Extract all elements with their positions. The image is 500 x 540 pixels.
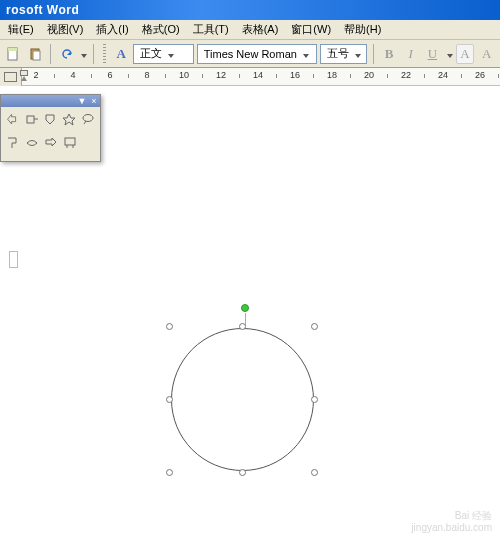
menu-insert[interactable]: 插入(I) (90, 20, 134, 39)
ruler-tick (424, 74, 425, 78)
separator (93, 44, 94, 64)
menu-tools[interactable]: 工具(T) (187, 20, 235, 39)
shape-btn-8[interactable] (42, 134, 60, 152)
resize-handle-sw[interactable] (166, 469, 173, 476)
watermark: Bai 经验 jingyan.baidu.com (411, 510, 492, 534)
ruler-number: 22 (401, 70, 411, 80)
ruler-number: 26 (475, 70, 485, 80)
ruler-tick (461, 74, 462, 78)
size-combo[interactable]: 五号 (320, 44, 367, 64)
resize-handle-se[interactable] (311, 469, 318, 476)
shape-btn-2[interactable] (23, 110, 41, 128)
svg-rect-6 (65, 138, 75, 145)
underline-button[interactable]: U (423, 44, 442, 64)
shape-btn-6[interactable] (4, 134, 22, 152)
menu-help[interactable]: 帮助(H) (338, 20, 387, 39)
ruler-tick (350, 74, 351, 78)
ruler-tick (276, 74, 277, 78)
ruler-number: 20 (364, 70, 374, 80)
ruler-tick (498, 74, 499, 78)
bold-button[interactable]: B (380, 44, 399, 64)
watermark-text-2: jingyan.baidu.com (411, 522, 492, 534)
menu-view[interactable]: 视图(V) (41, 20, 90, 39)
resize-handle-e[interactable] (311, 396, 318, 403)
style-combo[interactable]: 正文 (133, 44, 193, 64)
ruler-number: 16 (290, 70, 300, 80)
circle-shape[interactable] (171, 328, 314, 471)
shape-btn-9[interactable] (61, 134, 79, 152)
menu-bar: 辑(E) 视图(V) 插入(I) 格式(O) 工具(T) 表格(A) 窗口(W)… (0, 20, 500, 40)
shape-btn-7[interactable] (23, 134, 41, 152)
ruler-number: 12 (216, 70, 226, 80)
autoshapes-toolbar[interactable]: ▼ × (0, 94, 101, 162)
ruler-tick (387, 74, 388, 78)
shape-selection-box[interactable] (145, 312, 340, 507)
shape-btn-4[interactable] (60, 110, 78, 128)
resize-handle-w[interactable] (166, 396, 173, 403)
end-of-doc-marker (9, 251, 18, 268)
grip (103, 44, 106, 64)
resize-handle-nw[interactable] (166, 323, 173, 330)
menu-window[interactable]: 窗口(W) (285, 20, 337, 39)
autoshapes-menu-arrow[interactable]: ▼ (76, 95, 88, 107)
title-bar: rosoft Word (0, 0, 500, 20)
underline-dropdown[interactable] (445, 48, 453, 60)
indent-handle[interactable] (18, 68, 28, 86)
menu-edit[interactable]: 辑(E) (2, 20, 40, 39)
resize-handle-ne[interactable] (311, 323, 318, 330)
ruler-number: 18 (327, 70, 337, 80)
ruler-tick (54, 74, 55, 78)
autoshapes-titlebar[interactable]: ▼ × (1, 95, 100, 107)
ruler-tick (128, 74, 129, 78)
ruler-number: 4 (70, 70, 75, 80)
style-combo-value: 正文 (140, 46, 162, 61)
horizontal-ruler[interactable]: 2468101214161820222426 (0, 68, 500, 86)
ruler-tick (91, 74, 92, 78)
font-combo-value: Times New Roman (204, 48, 297, 60)
ruler-number: 14 (253, 70, 263, 80)
font-combo[interactable]: Times New Roman (197, 44, 317, 64)
char-shading-button[interactable]: A (456, 44, 475, 64)
ruler-number: 10 (179, 70, 189, 80)
ruler-number: 2 (33, 70, 38, 80)
ruler-strip: 2468101214161820222426 (22, 68, 500, 85)
shape-btn-3[interactable] (42, 110, 60, 128)
ruler-number: 24 (438, 70, 448, 80)
svg-rect-1 (8, 48, 17, 51)
autoshapes-close[interactable]: × (88, 95, 100, 107)
undo-dropdown[interactable] (79, 48, 87, 60)
app-title: rosoft Word (6, 3, 79, 17)
char-scaling-button[interactable]: A (477, 44, 496, 64)
watermark-text-1: Bai 经验 (411, 510, 492, 522)
separator (50, 44, 51, 64)
ruler-number: 8 (144, 70, 149, 80)
italic-button[interactable]: I (401, 44, 420, 64)
shape-btn-1[interactable] (4, 110, 22, 128)
ruler-tick (165, 74, 166, 78)
svg-point-5 (83, 115, 93, 122)
ruler-tick (239, 74, 240, 78)
size-combo-value: 五号 (327, 46, 349, 61)
separator (373, 44, 374, 64)
ruler-number: 6 (107, 70, 112, 80)
menu-table[interactable]: 表格(A) (236, 20, 285, 39)
style-button[interactable]: A (112, 44, 131, 64)
resize-handle-s[interactable] (239, 469, 246, 476)
ruler-tick (202, 74, 203, 78)
svg-rect-3 (33, 51, 40, 60)
undo-button[interactable] (57, 44, 76, 64)
ruler-tick (313, 74, 314, 78)
new-doc-button[interactable] (4, 44, 23, 64)
menu-format[interactable]: 格式(O) (136, 20, 186, 39)
resize-handle-n[interactable] (239, 323, 246, 330)
paste-button[interactable] (26, 44, 45, 64)
formatting-toolbar: A 正文 Times New Roman 五号 B I U A A (0, 40, 500, 68)
svg-rect-4 (27, 116, 34, 123)
shape-btn-5[interactable] (79, 110, 97, 128)
rotation-handle[interactable] (241, 304, 249, 312)
